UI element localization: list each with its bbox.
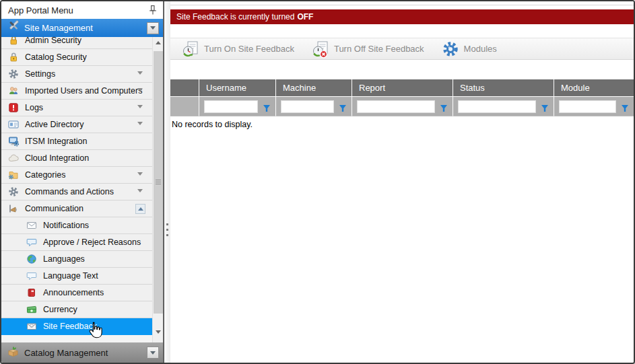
- sidebar-item-label: Settings: [25, 69, 55, 79]
- sidebar-item-label: Active Directory: [25, 120, 84, 129]
- group-label: Catalog Management: [24, 348, 147, 358]
- lock-icon: [8, 52, 20, 63]
- grid-filter-row: [170, 96, 634, 116]
- sidebar-group-site-management[interactable]: Site Management: [1, 19, 163, 37]
- status-banner: Site Feedback is currently turned OFF: [170, 9, 634, 24]
- monitor-gear-icon: [8, 136, 20, 147]
- chevron-down-icon[interactable]: [137, 189, 143, 192]
- sidebar-item-label: Cloud Integration: [25, 153, 89, 163]
- sidebar-item-itsm-integration[interactable]: ITSM Integration: [1, 133, 152, 150]
- modules-gear-icon: [442, 40, 459, 58]
- grid-filter-cell-report: [352, 96, 453, 116]
- username-filter-input[interactable]: [204, 100, 258, 113]
- sidebar-item-label: Notifications: [43, 221, 89, 230]
- mail-feedback-icon: [26, 321, 38, 332]
- sidebar-item-approve-reject-reasons[interactable]: Approve / Reject Reasons: [1, 234, 152, 251]
- speech-bubble-icon: [26, 270, 38, 282]
- grid-header-row: Username Machine Report Status Module: [170, 79, 634, 96]
- sidebar-item-label: Languages: [43, 254, 85, 264]
- grid-header-module[interactable]: Module: [554, 79, 634, 96]
- feedback-off-icon: [312, 40, 329, 58]
- empty-grid-message: No records to display.: [170, 120, 634, 129]
- turn-off-site-feedback-button[interactable]: Turn Off Site Feedback: [303, 38, 433, 59]
- chevron-down-icon[interactable]: [137, 122, 143, 125]
- app-window: App Portal Menu Site Management: [0, 0, 635, 364]
- machine-filter-input[interactable]: [281, 100, 334, 113]
- sidebar-item-label: Imported Users and Computers: [25, 86, 142, 96]
- toolbar-button-label: Turn Off Site Feedback: [334, 44, 424, 54]
- megaphone-icon: [8, 203, 20, 215]
- sidebar-item-commands-and-actions[interactable]: Commands and Actions: [1, 184, 152, 201]
- grid-header-machine[interactable]: Machine: [275, 79, 352, 96]
- sidebar-item-announcements[interactable]: Announcements: [1, 285, 152, 301]
- sidebar-item-label: Site Feedback: [43, 322, 97, 331]
- sidebar-item-language-text[interactable]: Language Text: [1, 268, 152, 285]
- sidebar-item-active-directory[interactable]: Active Directory: [1, 116, 152, 133]
- grid-header-status[interactable]: Status: [453, 79, 554, 96]
- tools-icon: [7, 20, 20, 36]
- scroll-down-icon: [156, 330, 161, 334]
- pin-icon[interactable]: [148, 5, 158, 15]
- group-dropdown-button[interactable]: [147, 22, 159, 34]
- sidebar-item-label: Commands and Actions: [25, 187, 114, 196]
- collapse-button[interactable]: [135, 204, 145, 214]
- toolbar-button-label: Modules: [464, 44, 497, 54]
- report-filter-input[interactable]: [357, 100, 435, 113]
- sidebar-item-label: ITSM Integration: [25, 137, 87, 146]
- filter-funnel-icon[interactable]: [440, 103, 448, 111]
- sidebar-item-settings[interactable]: Settings: [1, 66, 152, 83]
- filter-funnel-icon[interactable]: [263, 103, 271, 111]
- scroll-up-button[interactable]: [153, 37, 163, 48]
- users-icon: [8, 85, 20, 97]
- sidebar-item-notifications[interactable]: Notifications: [1, 217, 152, 234]
- splitter-grip-icon: [166, 223, 168, 238]
- grid-filter-cell-status: [453, 96, 554, 116]
- filter-funnel-icon[interactable]: [541, 103, 549, 111]
- announcement-icon: [26, 287, 38, 299]
- scroll-down-button[interactable]: [153, 326, 163, 338]
- sidebar-item-communication[interactable]: Communication: [1, 201, 152, 217]
- feedback-grid: Username Machine Report Status Module: [170, 79, 634, 116]
- module-filter-input[interactable]: [559, 100, 616, 113]
- sidebar-group-catalog-management[interactable]: Catalog Management: [1, 342, 163, 363]
- sidebar-item-label: Categories: [25, 170, 65, 180]
- sidebar-item-logs[interactable]: Logs: [1, 100, 152, 116]
- chevron-down-icon[interactable]: [137, 172, 143, 176]
- sidebar-item-label: Language Text: [43, 271, 98, 281]
- scrollbar-thumb[interactable]: [154, 51, 163, 314]
- panel-splitter[interactable]: [164, 1, 170, 363]
- sidebar-header: App Portal Menu: [1, 1, 163, 19]
- feedback-on-icon: [182, 40, 199, 58]
- contact-card-icon: [8, 119, 20, 131]
- group-dropdown-button[interactable]: [147, 347, 159, 359]
- chevron-up-icon: [138, 207, 143, 211]
- scroll-up-icon: [156, 41, 161, 44]
- sidebar-item-site-feedback[interactable]: Site Feedback: [1, 318, 152, 335]
- chevron-down-icon[interactable]: [137, 105, 143, 108]
- sidebar-item-currency[interactable]: Currency: [1, 301, 152, 318]
- sidebar-item-label: Admin Security: [25, 37, 81, 45]
- sidebar-item-languages[interactable]: Languages: [1, 251, 152, 268]
- speech-bubble-icon: [26, 237, 38, 248]
- chevron-down-icon[interactable]: [137, 71, 143, 75]
- chevron-down-icon[interactable]: [137, 88, 143, 92]
- gear-icon: [8, 186, 20, 198]
- sidebar-scrollbar[interactable]: [152, 37, 163, 342]
- grid-header-username[interactable]: Username: [199, 79, 275, 96]
- globe-icon: [26, 254, 38, 265]
- grid-filter-cell-username: [199, 96, 275, 116]
- filter-funnel-icon[interactable]: [339, 103, 347, 111]
- sidebar-item-categories[interactable]: Categories: [1, 167, 152, 184]
- filter-funnel-icon[interactable]: [621, 103, 629, 111]
- sidebar-item-admin-security[interactable]: Admin Security: [1, 37, 152, 49]
- status-filter-input[interactable]: [458, 100, 536, 113]
- sidebar-item-imported-users-and-computers[interactable]: Imported Users and Computers: [1, 83, 152, 100]
- grid-header-cell: [170, 79, 199, 96]
- sidebar-menu: Admin Security Catalog Security Settings: [1, 37, 163, 342]
- sidebar-item-cloud-integration[interactable]: Cloud Integration: [1, 150, 152, 167]
- sidebar-item-catalog-security[interactable]: Catalog Security: [1, 49, 152, 66]
- modules-button[interactable]: Modules: [433, 38, 506, 59]
- box-icon: [7, 345, 20, 361]
- turn-on-site-feedback-button[interactable]: Turn On Site Feedback: [173, 38, 303, 59]
- grid-header-report[interactable]: Report: [352, 79, 453, 96]
